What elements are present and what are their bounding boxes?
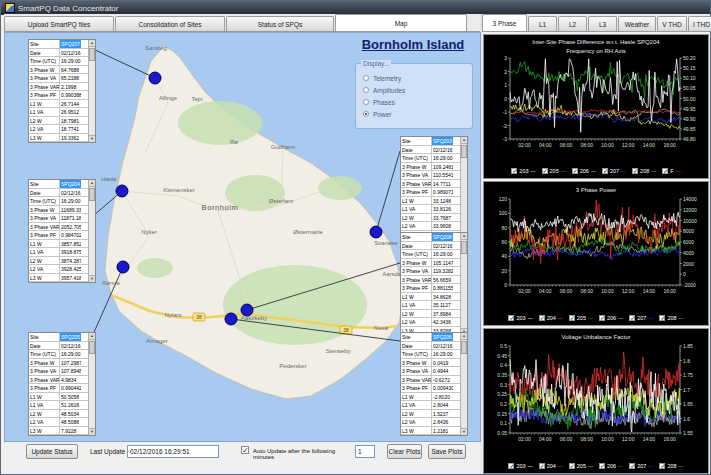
legend-checkbox[interactable]: ✓: [572, 168, 578, 174]
town-label-rønne: Rønne: [102, 280, 121, 286]
tab-upload-smartpq-files[interactable]: Upload SmartPQ files: [4, 16, 114, 31]
radio-icon[interactable]: [363, 87, 369, 93]
tab-i-thd[interactable]: I THD: [688, 16, 711, 31]
table-row: L2 VA33.9608: [401, 222, 467, 231]
tab-l2[interactable]: L2: [558, 16, 587, 31]
svg-text:38: 38: [343, 327, 349, 333]
scroll-thumb[interactable]: [89, 48, 95, 61]
table-scrollbar[interactable]: ▲▼: [88, 180, 95, 282]
radio-icon[interactable]: [363, 75, 369, 81]
legend-checkbox[interactable]: ✓: [508, 315, 514, 321]
scroll-up-icon[interactable]: ▲: [89, 180, 95, 187]
site-marker-spq204[interactable]: [116, 185, 128, 197]
legend-checkbox[interactable]: ✓: [662, 168, 668, 174]
legend-item-207: ✓207—: [602, 168, 626, 174]
tab-l3[interactable]: L3: [588, 16, 617, 31]
site-id-cell[interactable]: SPQ203: [432, 137, 453, 145]
title-bar[interactable]: SmartPQ Data Concentrator: [1, 1, 710, 15]
site-marker-spq205[interactable]: [117, 261, 129, 273]
tab-v-thd[interactable]: V THD: [657, 16, 687, 31]
scroll-up-icon[interactable]: ▲: [461, 137, 467, 144]
scroll-down-icon[interactable]: ▼: [89, 428, 95, 435]
tab-l1[interactable]: L1: [528, 16, 557, 31]
row-label: Date: [401, 146, 432, 154]
table-scrollbar[interactable]: ▲▼: [460, 233, 467, 335]
legend-checkbox[interactable]: ✓: [629, 463, 635, 469]
legend-line-sample: —: [648, 315, 653, 321]
display-option-telemetry[interactable]: Telemetry: [356, 72, 472, 84]
legend-checkbox[interactable]: ✓: [542, 168, 548, 174]
right-axis-tick: 49.80: [683, 136, 696, 142]
site-id-cell[interactable]: SPQ207: [60, 40, 81, 48]
table-row: Date02/12/16: [401, 146, 467, 155]
scroll-thumb[interactable]: [461, 241, 467, 254]
x-axis-tick: 08:00: [580, 288, 593, 294]
legend-checkbox[interactable]: ✓: [599, 463, 605, 469]
update-status-button[interactable]: Update Status: [26, 444, 78, 459]
scroll-down-icon[interactable]: ▼: [461, 428, 467, 435]
scroll-thumb[interactable]: [89, 341, 95, 354]
table-scrollbar[interactable]: ▲▼: [460, 333, 467, 435]
scroll-up-icon[interactable]: ▲: [461, 233, 467, 240]
row-label: L3 W: [29, 427, 60, 435]
display-option-phases[interactable]: Phases: [356, 96, 472, 108]
value-cell: 18.7741: [60, 125, 81, 133]
scroll-thumb[interactable]: [89, 188, 95, 201]
tab-3-phase[interactable]: 3 Phase: [482, 14, 527, 31]
display-option-amplitudes[interactable]: Amplitudes: [356, 84, 472, 96]
legend-checkbox[interactable]: ✓: [599, 315, 605, 321]
tab-map[interactable]: Map: [335, 14, 467, 31]
legend-checkbox[interactable]: ✓: [632, 168, 638, 174]
clear-plots-button[interactable]: Clear Plots: [387, 444, 422, 459]
left-axis-tick: 0.45: [497, 353, 507, 359]
tab-weather[interactable]: Weather: [618, 16, 656, 31]
scroll-thumb[interactable]: [461, 145, 467, 158]
scroll-up-icon[interactable]: ▲: [89, 40, 95, 47]
row-label: L2 VA: [401, 418, 432, 426]
town-label-arnager: Arnager: [146, 338, 167, 344]
radio-icon[interactable]: [363, 111, 369, 117]
legend-checkbox[interactable]: ✓: [539, 315, 545, 321]
last-update-field[interactable]: [127, 445, 219, 458]
left-axis-tick: 60: [501, 239, 507, 245]
legend-checkbox[interactable]: ✓: [629, 315, 635, 321]
legend-checkbox[interactable]: ✓: [539, 463, 545, 469]
auto-update-minutes-field[interactable]: [355, 445, 375, 458]
table-scrollbar[interactable]: ▲▼: [88, 40, 95, 142]
save-plots-button[interactable]: Save Plots: [428, 444, 466, 459]
tab-consolidation-of-sites[interactable]: Consolidation of Sites: [115, 16, 225, 31]
legend-checkbox[interactable]: ✓: [602, 168, 608, 174]
table-scrollbar[interactable]: ▲▼: [460, 137, 467, 239]
scroll-up-icon[interactable]: ▲: [89, 333, 95, 340]
value-cell: 37.8984: [432, 310, 453, 318]
site-marker-spq206[interactable]: [225, 313, 237, 325]
site-id-cell[interactable]: SPQ208: [432, 233, 453, 241]
legend-checkbox[interactable]: ✓: [659, 315, 665, 321]
auto-update-checkbox[interactable]: ✓: [241, 446, 249, 454]
scroll-down-icon[interactable]: ▼: [89, 275, 95, 282]
site-marker-spq203[interactable]: [370, 226, 382, 238]
legend-checkbox[interactable]: ✓: [508, 463, 514, 469]
site-id-cell[interactable]: SPQ204: [60, 180, 81, 188]
site-marker-spq207[interactable]: [149, 72, 161, 84]
legend-checkbox[interactable]: ✓: [569, 315, 575, 321]
scroll-up-icon[interactable]: ▲: [461, 333, 467, 340]
chart-plot: Voltage Unbalance Factor0.50.450.40.350.…: [484, 329, 708, 461]
legend-checkbox[interactable]: ✓: [511, 168, 517, 174]
site-id-cell[interactable]: SPQ205: [60, 333, 81, 341]
tab-status-of-spqs[interactable]: Status of SPQs: [226, 16, 334, 31]
table-scrollbar[interactable]: ▲▼: [88, 333, 95, 435]
display-option-power[interactable]: Power: [356, 108, 472, 120]
site-id-cell[interactable]: SPQ206: [432, 333, 453, 341]
map-panel[interactable]: 3838 SandvigAllingeTejnRøGudhjemHasleKle…: [4, 32, 481, 442]
scroll-down-icon[interactable]: ▼: [89, 135, 95, 142]
scroll-thumb[interactable]: [461, 341, 467, 354]
legend-checkbox[interactable]: ✓: [569, 463, 575, 469]
row-label: 3 Phase W: [401, 259, 432, 267]
display-group-label: Display...: [361, 60, 391, 67]
chart-panel-2: Voltage Unbalance Factor0.50.450.40.350.…: [483, 328, 709, 474]
legend-checkbox[interactable]: ✓: [659, 463, 665, 469]
radio-icon[interactable]: [363, 99, 369, 105]
site-marker-spq208[interactable]: [241, 304, 253, 316]
table-row: 3 Phase W107.2987: [29, 359, 95, 368]
